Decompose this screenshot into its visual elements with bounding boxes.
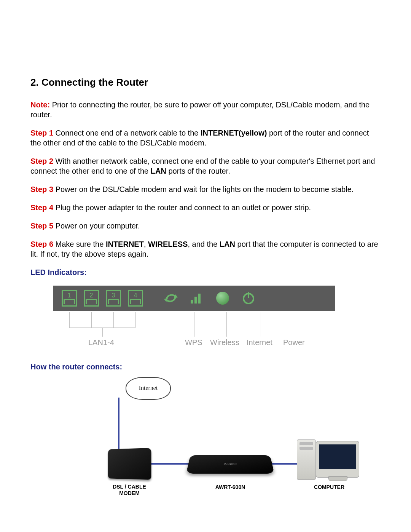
note-label: Note: xyxy=(30,101,50,109)
svg-rect-4 xyxy=(198,294,201,304)
wireless-legend-label: Wireless xyxy=(210,337,239,347)
lan-led-icon: 3 xyxy=(106,290,121,307)
step-bold: LAN xyxy=(151,167,166,175)
computer-device xyxy=(297,438,361,480)
power-legend-label: Power xyxy=(283,337,305,347)
lan-legend-label: LAN1-4 xyxy=(88,337,114,347)
connection-diagram: Internet DSL / CABLE MODEM Asante AWRT-6… xyxy=(76,381,373,495)
step-text: , and the xyxy=(188,240,219,248)
led-heading: LED Indicators: xyxy=(30,267,381,277)
step-paragraph: Step 5 Power on your computer. xyxy=(30,221,381,231)
step-text: Plug the power adapter to the router and… xyxy=(53,203,311,212)
note-paragraph: Note: Prior to connecting the router, be… xyxy=(30,100,381,120)
led-legend: LAN1-4 WPS Wireless Internet Power xyxy=(53,312,335,350)
router-label: AWRT-600N xyxy=(206,484,255,490)
step-paragraph: Step 1 Connect one end of a network cabl… xyxy=(30,128,381,148)
document-page: 2. Connecting the Router Note: Prior to … xyxy=(0,0,411,532)
led-panel: 1 2 3 4 xyxy=(53,286,335,311)
lan-led-number: 4 xyxy=(134,292,137,300)
wireless-icon xyxy=(187,291,206,306)
router-brand-label: Asante xyxy=(224,462,237,465)
lan-led-icon: 4 xyxy=(128,290,143,307)
step-paragraph: Step 3 Power on the DSL/Cable modem and … xyxy=(30,184,381,194)
lan-led-number: 2 xyxy=(90,292,93,300)
modem-label: DSL / CABLE MODEM xyxy=(107,484,152,497)
step-bold: WIRELESS xyxy=(148,240,188,248)
page-title: 2. Connecting the Router xyxy=(30,76,381,89)
step-paragraph: Step 6 Make sure the INTERNET, WIRELESS,… xyxy=(30,239,381,259)
note-text: Prior to connecting the router, be sure … xyxy=(30,101,370,119)
step-label: Step 5 xyxy=(30,222,53,230)
lan-led-number: 3 xyxy=(112,292,115,300)
internet-cloud: Internet xyxy=(126,377,171,400)
wps-legend-label: WPS xyxy=(185,337,202,347)
internet-icon xyxy=(213,292,232,305)
step-paragraph: Step 4 Plug the power adapter to the rou… xyxy=(30,203,381,212)
step-label: Step 1 xyxy=(30,129,53,137)
step-label: Step 4 xyxy=(30,203,53,212)
step-bold: LAN xyxy=(220,240,235,248)
step-paragraph: Step 2 With another network cable, conne… xyxy=(30,156,381,176)
step-text: ports of the router. xyxy=(166,167,230,175)
lan-led-number: 1 xyxy=(68,292,71,300)
connection-heading: How the router connects: xyxy=(30,362,381,372)
wps-icon xyxy=(161,291,180,306)
step-text: Make sure the xyxy=(53,240,106,248)
cloud-label: Internet xyxy=(139,384,158,392)
step-text: Power on your computer. xyxy=(53,222,140,230)
step-bold: INTERNET xyxy=(106,240,144,248)
step-text: Power on the DSL/Cable modem and wait fo… xyxy=(53,185,354,193)
internet-legend-label: Internet xyxy=(247,337,272,347)
svg-rect-3 xyxy=(194,297,197,304)
router-device: Asante xyxy=(188,449,272,478)
cable-line xyxy=(118,398,119,455)
step-text: Connect one end of a network cable to th… xyxy=(53,129,201,137)
led-indicator-figure: 1 2 3 4 xyxy=(53,286,381,350)
lan-led-icon: 1 xyxy=(62,290,77,307)
lan-led-icon: 2 xyxy=(84,290,99,307)
power-icon xyxy=(239,291,258,305)
step-label: Step 6 xyxy=(30,240,53,248)
modem-device xyxy=(107,449,151,479)
step-label: Step 2 xyxy=(30,157,53,165)
step-text: , xyxy=(144,240,148,248)
svg-rect-2 xyxy=(191,300,193,304)
step-label: Step 3 xyxy=(30,185,53,193)
computer-label: COMPUTER xyxy=(304,484,354,490)
step-bold: INTERNET(yellow) xyxy=(201,129,267,137)
